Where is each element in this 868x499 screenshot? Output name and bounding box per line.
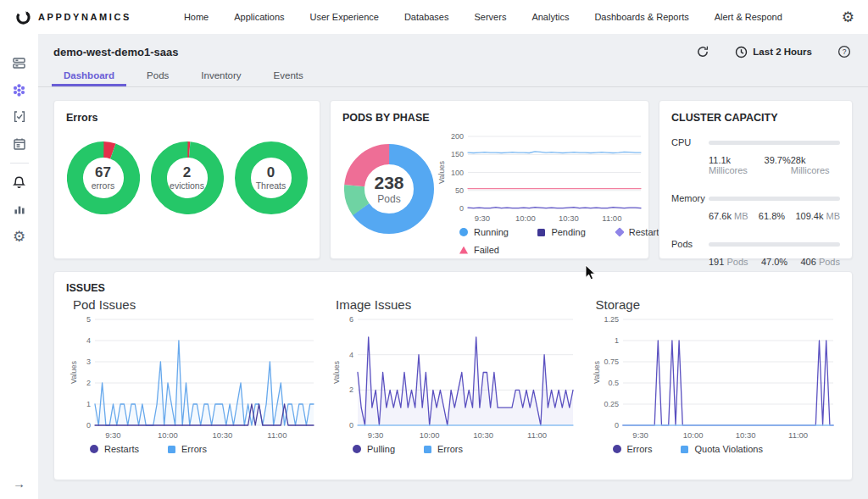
legend-quota-violations[interactable]: Quota Violations (681, 444, 763, 454)
legend-restarts-marker (615, 227, 624, 236)
evictions-count: 2 (183, 165, 191, 181)
tab-dashboard[interactable]: Dashboard (52, 65, 126, 86)
bell-icon[interactable] (0, 169, 38, 196)
cpu-percent: 39.7% (765, 155, 791, 175)
legend-failed[interactable]: Failed (459, 245, 537, 255)
image-issues-legend: Pulling Errors (353, 444, 581, 454)
storage-section: Storage 00.250.50.7511.259:3010:0010:301… (589, 296, 841, 454)
nav-databases[interactable]: Databases (404, 12, 449, 22)
svg-text:5: 5 (86, 315, 91, 324)
pods-progress-bar (709, 242, 840, 247)
checkbox-icon[interactable] (0, 103, 38, 130)
svg-text:Values: Values (593, 361, 601, 384)
svg-text:11:00: 11:00 (602, 213, 621, 223)
svg-text:0: 0 (349, 421, 353, 430)
nav-applications[interactable]: Applications (234, 12, 284, 22)
image-issues-title: Image Issues (336, 297, 581, 312)
legend-storage-errors-marker (613, 445, 621, 453)
top-nav-menu: Home Applications User Experience Databa… (184, 12, 782, 22)
svg-text:10:00: 10:00 (515, 213, 536, 223)
svg-text:6: 6 (349, 315, 353, 324)
nav-servers[interactable]: Servers (474, 12, 506, 22)
svg-text:9:30: 9:30 (105, 430, 120, 440)
storage-legend: Errors Quota Violations (613, 444, 841, 454)
svg-text:1.25: 1.25 (604, 315, 619, 324)
legend-pod-restarts[interactable]: Restarts (90, 444, 139, 454)
legend-pending[interactable]: Pending (537, 227, 615, 237)
memory-percent: 61.8% (759, 211, 785, 221)
memory-progress-bar (709, 197, 840, 201)
svg-text:?: ? (843, 47, 847, 56)
svg-text:9:30: 9:30 (368, 430, 384, 440)
threats-donut: 0 Threats (235, 141, 308, 214)
legend-pending-marker (537, 229, 545, 236)
legend-image-pulling[interactable]: Pulling (353, 444, 395, 454)
svg-text:0: 0 (86, 421, 91, 430)
svg-text:10:00: 10:00 (420, 430, 440, 440)
nav-home[interactable]: Home (184, 12, 209, 22)
legend-storage-errors[interactable]: Errors (613, 444, 653, 454)
svg-text:Values: Values (70, 361, 78, 384)
nav-analytics[interactable]: Analytics (531, 12, 569, 22)
sidebar-divider (10, 163, 29, 164)
gear-icon[interactable]: ⚙ (0, 223, 38, 250)
nav-alert-respond[interactable]: Alert & Respond (715, 12, 782, 22)
legend-running[interactable]: Running (459, 227, 537, 237)
errors-panel: Errors 67 errors 2 (53, 100, 320, 259)
pods-phase-line-chart: 0501001502009:3010:0010:3011:00Values (434, 130, 697, 224)
nav-user-experience[interactable]: User Experience (310, 12, 379, 22)
svg-text:Values: Values (332, 361, 341, 384)
svg-text:4: 4 (86, 336, 91, 345)
legend-pod-errors[interactable]: Errors (168, 444, 207, 454)
pod-issues-section: Pod Issues 0123459:3010:0010:3011:00Valu… (66, 296, 320, 454)
legend-image-errors-marker (424, 446, 431, 453)
threats-count: 0 (267, 165, 275, 181)
svg-text:10:30: 10:30 (473, 430, 493, 440)
help-button[interactable]: ? (837, 45, 851, 58)
tab-pods[interactable]: Pods (135, 65, 181, 86)
tab-events[interactable]: Events (262, 65, 315, 86)
stack-icon[interactable] (0, 49, 38, 76)
svg-text:10:00: 10:00 (682, 430, 703, 440)
image-issues-section: Image Issues 02469:3010:0010:3011:00Valu… (329, 296, 581, 454)
svg-text:0.75: 0.75 (604, 358, 619, 366)
evictions-donut: 2 evictions (151, 141, 224, 214)
settings-gear-icon[interactable]: ⚙ (842, 10, 854, 25)
nav-dashboards-reports[interactable]: Dashboards & Reports (594, 12, 688, 22)
issues-panel: ISSUES Pod Issues 0123459:3010:0010:3011… (53, 271, 853, 480)
cluster-capacity-panel: CLUSTER CAPACITY CPU 11.1k Millicores 39… (659, 100, 853, 259)
svg-text:1: 1 (614, 336, 618, 345)
help-icon: ? (837, 45, 851, 58)
svg-text:3: 3 (86, 358, 91, 366)
main-area: demo-west-demo1-saas Last 2 Hours (38, 34, 868, 499)
svg-text:9:30: 9:30 (475, 213, 491, 223)
svg-text:10:30: 10:30 (213, 430, 233, 440)
storage-title: Storage (596, 297, 841, 312)
left-sidebar: ⚙ → (0, 34, 38, 499)
dashboard-content: Errors 67 errors 2 (38, 87, 868, 480)
time-range-selector[interactable]: Last 2 Hours (735, 46, 812, 58)
legend-image-errors[interactable]: Errors (424, 444, 463, 454)
svg-text:4: 4 (349, 351, 353, 359)
svg-text:0: 0 (459, 204, 464, 213)
svg-text:Values: Values (437, 161, 446, 184)
cluster-capacity-title: CLUSTER CAPACITY (671, 112, 840, 124)
appdynamics-mark-icon (15, 9, 31, 25)
tab-inventory[interactable]: Inventory (189, 65, 253, 86)
svg-text:0.25: 0.25 (604, 400, 619, 408)
svg-text:10:30: 10:30 (735, 430, 755, 440)
cluster-icon[interactable] (0, 76, 38, 103)
tab-bar: Dashboard Pods Inventory Events (38, 64, 868, 87)
evictions-count-label: evictions (170, 180, 204, 191)
svg-text:11:00: 11:00 (527, 430, 547, 440)
arrow-right-icon[interactable]: → (13, 476, 25, 491)
refresh-button[interactable] (696, 45, 709, 58)
legend-quota-violations-marker (681, 446, 688, 453)
time-range-label: Last 2 Hours (753, 47, 812, 57)
svg-text:50: 50 (455, 186, 464, 195)
legend-failed-marker (459, 247, 468, 254)
storage-chart: 00.250.50.7511.259:3010:0010:3011:00Valu… (589, 313, 841, 441)
calendar-icon[interactable] (0, 130, 38, 158)
bar-chart-icon[interactable] (0, 196, 38, 223)
appdynamics-logo[interactable]: APPDYNAMICS (15, 9, 131, 25)
